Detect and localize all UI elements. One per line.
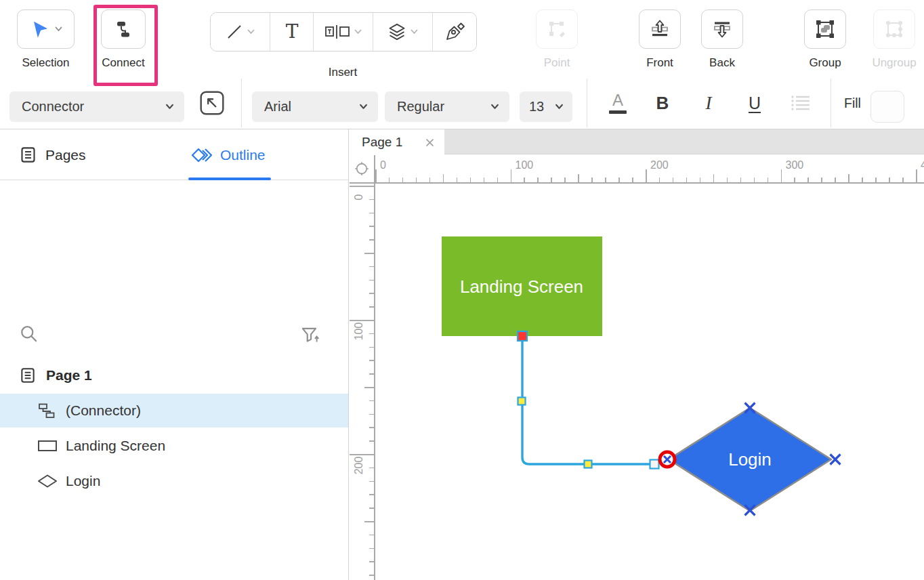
connector-item-icon bbox=[37, 402, 58, 419]
ungroup-button[interactable] bbox=[873, 9, 915, 49]
connector-edge[interactable] bbox=[522, 336, 655, 464]
connect-label: Connect bbox=[102, 56, 144, 70]
ruler-label: 200 bbox=[354, 445, 364, 486]
connector-endpoint-handle[interactable] bbox=[650, 460, 659, 469]
tree-item-label: Login bbox=[66, 473, 100, 489]
group-icon bbox=[814, 18, 836, 40]
filter-button[interactable] bbox=[299, 325, 321, 346]
ruler-tick bbox=[369, 548, 374, 550]
layers-tool-button[interactable] bbox=[373, 13, 433, 51]
point-label: Point bbox=[544, 56, 570, 70]
ruler-tick bbox=[497, 178, 499, 182]
line-tool-button[interactable] bbox=[211, 13, 270, 51]
front-button[interactable] bbox=[639, 9, 681, 49]
ruler-tick bbox=[484, 178, 485, 182]
label-tool-button[interactable] bbox=[314, 13, 373, 51]
tab-outline[interactable]: Outline bbox=[192, 129, 266, 180]
search-icon bbox=[19, 324, 39, 344]
ruler-tick bbox=[369, 306, 374, 308]
pen-icon bbox=[444, 21, 465, 43]
ruler-tick bbox=[364, 387, 374, 388]
ruler-tick bbox=[369, 199, 374, 201]
point-button[interactable] bbox=[536, 9, 578, 49]
group-button[interactable] bbox=[804, 9, 846, 49]
tree-item-label: Landing Screen bbox=[66, 438, 165, 454]
italic-button[interactable]: I bbox=[696, 77, 721, 129]
ruler-tick bbox=[591, 178, 593, 182]
pick-style-button[interactable] bbox=[197, 77, 227, 129]
font-size-select[interactable]: 13 bbox=[520, 91, 572, 122]
list-button[interactable] bbox=[787, 77, 814, 129]
font-style-select[interactable]: Regular bbox=[385, 91, 509, 122]
ruler-tick bbox=[551, 178, 552, 182]
ruler-tick bbox=[537, 178, 539, 182]
ruler-tick bbox=[807, 178, 809, 182]
toolbar-divider bbox=[831, 79, 831, 127]
text-tool-button[interactable]: T bbox=[270, 13, 314, 51]
connector-waypoint-handle[interactable] bbox=[518, 398, 526, 405]
tree-item-page[interactable]: Page 1 bbox=[0, 358, 348, 392]
underline-button[interactable]: U bbox=[742, 77, 767, 129]
bold-button[interactable]: B bbox=[650, 77, 675, 129]
ruler-tick bbox=[713, 174, 715, 182]
ruler-tick bbox=[369, 373, 374, 375]
font-style-value: Regular bbox=[397, 99, 444, 115]
style-select[interactable]: Connector bbox=[9, 91, 184, 122]
ruler-tick bbox=[470, 178, 471, 182]
canvas-area: Page 1 0100200300400 0100200 Landing Scr… bbox=[350, 129, 924, 580]
front-label: Front bbox=[646, 56, 673, 70]
sidebar-tabs: Pages Outline bbox=[0, 129, 348, 180]
connect-icon bbox=[112, 18, 134, 40]
selection-tool: Selection bbox=[17, 9, 75, 70]
font-family-select[interactable]: Arial bbox=[252, 91, 378, 122]
chevron-down-icon bbox=[410, 28, 419, 35]
font-size-value: 13 bbox=[529, 99, 544, 115]
page-tab-bar: Page 1 bbox=[350, 129, 924, 154]
ruler-tick bbox=[369, 213, 374, 214]
connector-source-handle[interactable] bbox=[518, 331, 527, 341]
chevron-down-icon bbox=[165, 103, 175, 110]
svg-text:T: T bbox=[285, 22, 298, 42]
ruler-tick bbox=[564, 178, 566, 182]
tab-close-icon[interactable] bbox=[425, 138, 435, 148]
tab-outline-label: Outline bbox=[220, 147, 266, 163]
page-icon bbox=[18, 367, 38, 384]
ruler-tick bbox=[632, 178, 633, 182]
layers-icon bbox=[387, 22, 406, 41]
ruler-tick bbox=[821, 178, 822, 182]
ruler-tick bbox=[369, 535, 374, 536]
connector-waypoint-handle[interactable] bbox=[585, 461, 592, 468]
ruler-tick bbox=[369, 347, 374, 348]
page-tab[interactable]: Page 1 bbox=[350, 129, 444, 155]
fill-color-swatch[interactable] bbox=[870, 91, 904, 123]
tree-item-landing-screen[interactable]: Landing Screen bbox=[0, 429, 348, 463]
ruler-tick bbox=[369, 468, 374, 469]
style-select-value: Connector bbox=[22, 99, 84, 115]
selection-button[interactable] bbox=[17, 9, 75, 49]
back-button[interactable] bbox=[701, 9, 743, 49]
ruler-tick bbox=[369, 226, 374, 227]
font-color-letter: A bbox=[612, 92, 623, 108]
ruler-tick bbox=[578, 174, 579, 182]
ruler-tick bbox=[369, 266, 374, 268]
ruler-origin-button[interactable] bbox=[350, 155, 374, 182]
active-tab-indicator bbox=[188, 178, 271, 180]
ruler-tick bbox=[369, 280, 374, 281]
ruler-tick bbox=[369, 561, 374, 562]
canvas-shape-landing-screen-label: Landing Screen bbox=[460, 276, 583, 297]
font-color-button[interactable]: A bbox=[606, 77, 630, 129]
connect-button[interactable] bbox=[101, 9, 146, 49]
ruler-tick bbox=[700, 178, 701, 182]
tab-pages[interactable]: Pages bbox=[19, 129, 86, 180]
tree-item-login[interactable]: Login bbox=[0, 464, 348, 498]
tree-item-connector[interactable]: (Connector) bbox=[0, 394, 348, 428]
freehand-tool-button[interactable] bbox=[433, 13, 476, 51]
drawing-canvas[interactable]: Landing Screen Login bbox=[375, 184, 924, 580]
toolbar-divider bbox=[587, 79, 587, 127]
search-button[interactable] bbox=[19, 324, 39, 344]
ruler-label: 200 bbox=[650, 159, 669, 171]
toolbar-divider bbox=[241, 79, 242, 127]
ruler-tick bbox=[686, 178, 688, 182]
font-family-value: Arial bbox=[264, 99, 291, 115]
ruler-tick bbox=[364, 253, 374, 254]
